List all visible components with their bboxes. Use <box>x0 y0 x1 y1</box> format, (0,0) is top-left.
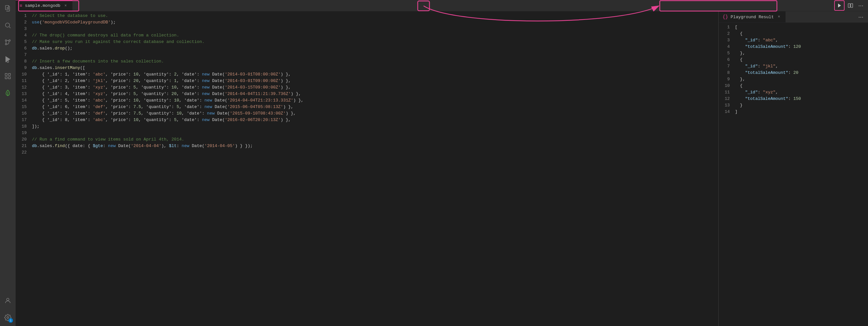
run-button-highlight-container <box>834 0 844 11</box>
tab-label: sample.mongodb <box>25 3 60 8</box>
tab-bar-actions: ⋯ <box>832 0 868 11</box>
line-content: { '_id': 5, 'item': 'abc', 'price': 10, … <box>32 97 713 104</box>
code-line: 1// Select the database to use. <box>16 13 718 19</box>
line-content <box>32 130 713 136</box>
result-line-number: 4 <box>719 43 735 50</box>
source-control-icon[interactable] <box>2 36 14 48</box>
split-editor-button[interactable] <box>846 1 855 10</box>
result-tab-close-button[interactable]: × <box>776 14 781 20</box>
line-content: // The drop() command destroys all data … <box>32 32 713 39</box>
svg-line-4 <box>9 27 10 28</box>
result-line-number: 11 <box>719 89 735 96</box>
svg-rect-19 <box>848 4 850 7</box>
line-number: 17 <box>16 117 32 123</box>
svg-marker-8 <box>6 57 10 62</box>
line-number: 6 <box>16 45 32 52</box>
result-line: 10 { <box>719 83 868 89</box>
code-line: 18]); <box>16 123 718 130</box>
result-line-number: 9 <box>719 76 735 83</box>
result-line-content: ] <box>735 109 863 115</box>
result-line: 14] <box>719 109 868 115</box>
run-playground-button[interactable] <box>835 1 844 10</box>
code-line: 2use('mongodbVSCodePlaygroundDB'); <box>16 19 718 26</box>
result-line: 9 }, <box>719 76 868 83</box>
code-line: 19 <box>16 130 718 136</box>
result-line: 13 } <box>719 102 868 109</box>
line-number: 20 <box>16 136 32 143</box>
code-line: 20// Run a find command to view items so… <box>16 136 718 143</box>
line-number: 7 <box>16 52 32 58</box>
mongodb-leaf-icon[interactable] <box>2 87 14 99</box>
line-number: 1 <box>16 13 32 19</box>
search-icon[interactable] <box>2 20 14 31</box>
code-line: 11 { '_id': 2, 'item': 'jkl', 'price': 2… <box>16 78 718 84</box>
line-number: 16 <box>16 110 32 117</box>
settings-badge: 1 <box>8 318 13 323</box>
result-line: 4 "totalSaleAmount": 120 <box>719 43 868 50</box>
settings-icon[interactable]: 1 <box>2 312 14 323</box>
result-line-content: "totalSaleAmount": 150 <box>735 96 863 102</box>
line-content: { '_id': 1, 'item': 'abc', 'price': 10, … <box>32 71 713 78</box>
code-line: 13 { '_id': 4, 'item': 'xyz', 'price': 5… <box>16 91 718 97</box>
code-line: 14 { '_id': 5, 'item': 'abc', 'price': 1… <box>16 97 718 104</box>
line-content: // Insert a few documents into the sales… <box>32 58 713 65</box>
result-tab[interactable]: {} Playground Result × <box>719 11 786 23</box>
result-line-content: { <box>735 57 863 63</box>
svg-rect-13 <box>5 77 7 79</box>
result-more-actions-button[interactable]: ⋯ <box>856 12 865 22</box>
line-number: 5 <box>16 39 32 45</box>
code-line: 17 { '_id': 8, 'item': 'abc', 'price': 1… <box>16 117 718 123</box>
result-line-content: }, <box>735 76 863 83</box>
result-line-content: } <box>735 102 863 109</box>
line-content: { '_id': 2, 'item': 'jkl', 'price': 20, … <box>32 78 713 84</box>
result-line-content: { <box>735 31 863 37</box>
activity-bar: 1 <box>0 0 16 326</box>
line-content: { '_id': 3, 'item': 'xyz', 'price': 5, '… <box>32 84 713 91</box>
line-number: 3 <box>16 26 32 32</box>
line-content: // Make sure you run it against the corr… <box>32 39 713 45</box>
svg-rect-12 <box>8 73 10 76</box>
run-debug-icon[interactable] <box>2 53 14 65</box>
code-line: 12 { '_id': 3, 'item': 'xyz', 'price': 5… <box>16 84 718 91</box>
tab-close-button[interactable]: × <box>63 3 68 8</box>
line-number: 12 <box>16 84 32 91</box>
result-line: 2 { <box>719 31 868 37</box>
svg-point-5 <box>5 40 7 41</box>
line-number: 14 <box>16 97 32 104</box>
line-content <box>32 52 713 58</box>
svg-point-6 <box>9 40 10 41</box>
code-line: 5// Make sure you run it against the cor… <box>16 39 718 45</box>
editor-tab-sample-mongodb[interactable]: ≡ sample.mongodb × <box>16 0 72 11</box>
result-line: 3 "_id": "abc", <box>719 37 868 43</box>
line-content: { '_id': 7, 'item': 'def', 'price': 7.5,… <box>32 110 713 117</box>
result-line: 11 "_id": "xyz", <box>719 89 868 96</box>
account-icon[interactable] <box>2 295 14 306</box>
line-number: 15 <box>16 104 32 110</box>
result-content-area: 1[2 {3 "_id": "abc",4 "totalSaleAmount":… <box>719 23 868 326</box>
line-content: ]); <box>32 123 713 130</box>
result-line-content: "totalSaleAmount": 120 <box>735 43 863 50</box>
svg-rect-20 <box>851 4 853 7</box>
result-tab-icon: {} <box>722 14 728 20</box>
editor-tab-bar: ≡ sample.mongodb × <box>16 0 868 11</box>
result-line-number: 3 <box>719 37 735 43</box>
code-line: 8// Insert a few documents into the sale… <box>16 58 718 65</box>
more-actions-button[interactable]: ⋯ <box>856 1 865 10</box>
files-icon[interactable] <box>2 3 14 14</box>
result-line-content: "totalSaleAmount": 20 <box>735 70 863 76</box>
code-line: 3 <box>16 26 718 32</box>
svg-point-16 <box>6 298 9 301</box>
line-number: 22 <box>16 149 32 156</box>
code-editor-panel[interactable]: 1// Select the database to use.2use('mon… <box>16 11 718 326</box>
result-line-number: 14 <box>719 109 735 115</box>
result-line: 7 "_id": "jkl", <box>719 63 868 70</box>
svg-rect-14 <box>8 77 10 79</box>
result-line: 5 }, <box>719 50 868 57</box>
tab-file-icon: ≡ <box>20 3 22 8</box>
line-number: 21 <box>16 143 32 149</box>
result-line-number: 5 <box>719 50 735 57</box>
result-line-number: 10 <box>719 83 735 89</box>
extensions-icon[interactable] <box>2 70 14 82</box>
result-line-content: }, <box>735 50 863 57</box>
result-line-number: 12 <box>719 96 735 102</box>
